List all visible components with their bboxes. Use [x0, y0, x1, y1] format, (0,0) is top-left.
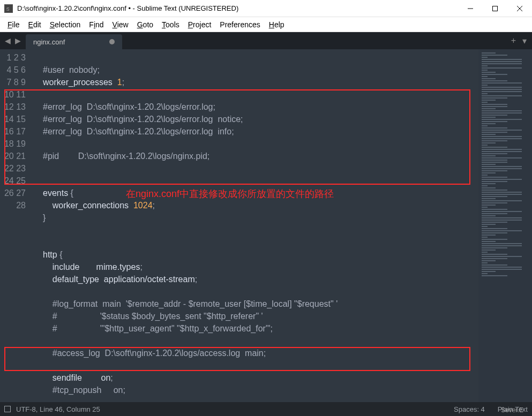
minimap[interactable] — [478, 49, 532, 402]
menu-file[interactable]: File — [4, 19, 23, 30]
statusbar-position[interactable]: UTF-8, Line 46, Column 25 — [16, 405, 100, 413]
window-title: D:\soft\nginx-1.20.2\conf\nginx.conf • -… — [17, 4, 458, 12]
menu-tools[interactable]: Tools — [159, 19, 183, 30]
menu-help[interactable]: Help — [266, 19, 288, 30]
watermark: Sever.E — [501, 406, 523, 414]
menu-goto[interactable]: Goto — [134, 19, 156, 30]
tab-next-icon[interactable]: ▶ — [13, 36, 23, 45]
statusbar: UTF-8, Line 46, Column 25 Spaces: 4 Plai… — [0, 402, 532, 416]
tab-prev-icon[interactable]: ◀ — [3, 36, 12, 45]
menu-project[interactable]: Project — [185, 19, 215, 30]
menu-preferences[interactable]: Preferences — [216, 19, 263, 30]
minimize-button[interactable] — [458, 0, 483, 17]
tab-dirty-indicator-icon — [109, 39, 115, 44]
menubar: File Edit Selection Find View Goto Tools… — [0, 17, 532, 32]
svg-rect-3 — [493, 6, 498, 11]
annotation-text: 在nginx.conf中直接修改成你所放置的文件的路径 — [126, 187, 334, 200]
editor[interactable]: 1 2 3 4 5 6 7 8 9 10 11 12 13 14 15 16 1… — [0, 49, 532, 402]
statusbar-panel-icon[interactable] — [4, 406, 11, 412]
new-tab-icon[interactable]: + — [511, 36, 516, 46]
menu-edit[interactable]: Edit — [25, 19, 44, 30]
tab-nginx-conf[interactable]: nginx.conf — [26, 34, 122, 49]
maximize-button[interactable] — [483, 0, 507, 17]
statusbar-spaces[interactable]: Spaces: 4 — [454, 405, 485, 413]
menu-view[interactable]: View — [109, 19, 132, 30]
menu-find[interactable]: Find — [86, 19, 107, 30]
minimap-content — [482, 52, 529, 276]
tab-label: nginx.conf — [33, 38, 65, 46]
app-icon: S — [4, 4, 13, 13]
tab-nav-arrows: ◀ ▶ — [0, 32, 26, 49]
code-content[interactable]: #user nobody; worker_processes 1; #error… — [33, 49, 478, 402]
close-button[interactable] — [507, 0, 532, 17]
tabs-menu-icon[interactable]: ▾ — [522, 36, 527, 46]
titlebar: S D:\soft\nginx-1.20.2\conf\nginx.conf •… — [0, 0, 532, 17]
window-controls — [458, 0, 532, 17]
line-number-gutter: 1 2 3 4 5 6 7 8 9 10 11 12 13 14 15 16 1… — [0, 49, 33, 402]
menu-selection[interactable]: Selection — [47, 19, 84, 30]
svg-text:S: S — [6, 6, 10, 11]
tabbar: ◀ ▶ nginx.conf + ▾ — [0, 32, 532, 49]
